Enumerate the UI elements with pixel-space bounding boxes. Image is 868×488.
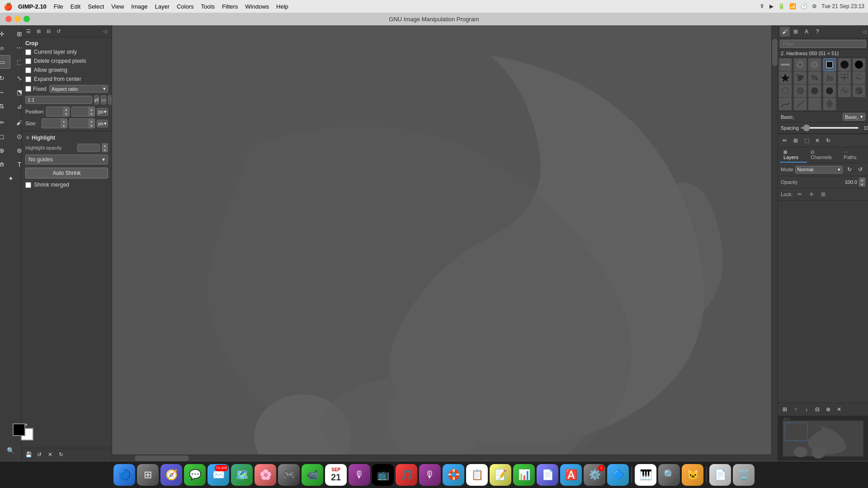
brush-item-custom2[interactable] [823,98,836,110]
layer-opacity-up-button[interactable]: ▲ [859,178,865,182]
size-h-down-button[interactable]: ▼ [88,123,94,128]
dock-podcast-app[interactable]: 🎙 [419,464,441,486]
paint-cross-icon[interactable]: ✕ [812,136,822,145]
minimize-button[interactable] [14,16,21,22]
foreground-color[interactable] [13,423,25,436]
menu-tools[interactable]: Tools [198,2,218,11]
siri-icon[interactable]: 🎙 [760,3,765,9]
delete-layer-button[interactable]: ✕ [834,404,844,414]
highlight-close-icon[interactable]: ✕ [25,135,30,141]
brush-item-round3[interactable] [808,84,821,97]
ratio-input[interactable] [25,96,92,104]
menu-edit[interactable]: Edit [67,2,84,11]
allow-growing-checkbox[interactable] [25,67,31,73]
control-center[interactable]: ⚙ [812,3,817,9]
dock-numbers[interactable]: 📊 [513,464,535,486]
brush-item-plus[interactable] [838,71,851,84]
dock-gimp[interactable]: 🐱 [682,464,703,486]
aspect-ratio-dropdown[interactable]: Aspect ratio ▾ [49,85,108,93]
dock-music[interactable]: 🎵 [396,464,417,486]
tool-presets-icon[interactable]: ☰ [24,27,33,35]
panel-collapse-icon[interactable]: ◁ [101,27,109,35]
brush-item-hard050[interactable] [823,58,836,71]
fixed-checkbox[interactable] [25,86,31,92]
dock-airdrop[interactable]: 🔷 [607,464,629,486]
brush-item-texture2[interactable] [853,84,865,97]
brush-item-round4[interactable] [823,84,836,97]
dock-mail[interactable]: ✉️ 79,349 [208,464,229,486]
paint-pencil-icon[interactable]: ✏ [780,136,790,145]
menu-help[interactable]: Help [273,2,292,11]
canvas-area[interactable] [112,25,778,461]
del-preset-icon[interactable]: ⊟ [44,27,52,35]
menu-image[interactable]: Image [127,2,151,11]
brush-item-flat[interactable] [779,58,792,71]
menu-layer[interactable]: Layer [151,2,173,11]
portrait-ratio-button[interactable]: ⋮ [108,95,112,104]
eraser-tool[interactable]: ◻ [0,130,10,143]
brush-item-splat1[interactable] [794,71,807,84]
dock-podcasts[interactable]: 🎙 [349,464,370,486]
lasso-tool[interactable]: ⌾ [0,41,10,55]
pencil-tool[interactable]: ✏ [0,116,10,129]
shrink-merged-checkbox[interactable] [25,182,31,188]
menu-file[interactable]: File [50,2,67,11]
dock-messages[interactable]: 💬 [184,464,206,486]
dock-appstore[interactable]: 🅰️ [560,464,582,486]
highlight-opacity-input[interactable]: 50.0 [77,144,100,152]
save-tool-preset-button[interactable]: 💾 [24,450,33,460]
brush-item-soft1[interactable] [794,58,807,71]
dock-trash[interactable]: 🗑️ [733,464,755,486]
brush-item-dot[interactable] [853,71,865,84]
wifi-icon[interactable]: 📶 [789,3,796,9]
dock-new-document[interactable]: 📄 [709,464,731,486]
brush-item-round2[interactable] [794,84,807,97]
raise-layer-button[interactable]: ↑ [791,404,801,414]
brushes-panel-expand-icon[interactable]: ◁ [863,29,866,35]
patterns-tab-button[interactable]: ⊞ [791,27,801,37]
size-h-up-button[interactable]: ▲ [88,119,94,123]
brush-item-star[interactable] [779,71,792,84]
brushes-filter-input[interactable] [780,40,866,48]
dock-calendar[interactable]: SEP 21 [325,464,347,486]
flip-tool[interactable]: ⇅ [0,99,10,113]
dock-steam[interactable]: 🎮 [278,464,300,486]
brush-item-splat2[interactable] [808,71,821,84]
paint-refresh-icon[interactable]: ↻ [823,136,833,145]
brush-item-hard3[interactable] [853,58,865,71]
brush-item-line1[interactable] [779,98,792,110]
brush-item-texture1[interactable] [838,84,851,97]
menu-colors[interactable]: Colors [173,2,198,11]
dock-launchpad[interactable]: ⊞ [137,464,159,486]
pos-x-up-button[interactable]: ▲ [63,107,69,112]
clock-icon[interactable]: 🕐 [801,3,807,9]
brush-item-grass[interactable] [823,71,836,84]
lock-pixels-button[interactable]: ✏ [795,190,804,199]
dock-maps[interactable]: 🗺️ [231,464,253,486]
anchor-layer-button[interactable]: ⊗ [823,404,833,414]
maximize-button[interactable] [24,16,30,22]
move-tool[interactable]: ✛ [0,27,10,41]
brush-item-hard2[interactable] [838,58,851,71]
dock-piano[interactable]: 🎹 [635,464,656,486]
lock-position-button[interactable]: ✛ [807,190,816,199]
new-preset-icon[interactable]: ⊞ [34,27,42,35]
menu-windows[interactable]: Windows [241,2,273,11]
lower-layer-button[interactable]: ↓ [802,404,811,414]
tab-channels[interactable]: ⊟ Channels [807,147,840,163]
rotate-tool[interactable]: ↻ [0,71,10,85]
size-w-up-button[interactable]: ▲ [61,119,67,123]
pos-unit-dropdown[interactable]: px ▾ [97,108,108,116]
menu-view[interactable]: View [108,2,127,11]
dock-support[interactable]: 🛟 [443,464,464,486]
apple-menu[interactable]: 🍎 [4,2,13,11]
vertical-scrollbar[interactable] [771,25,778,461]
dock-notes[interactable]: 📝 [490,464,511,486]
expand-from-center-checkbox[interactable] [25,76,31,82]
help-brushes-button[interactable]: ? [812,27,822,37]
pos-y-up-button[interactable]: ▲ [88,107,94,112]
reset-icon[interactable]: ↺ [54,27,62,35]
battery-icon[interactable]: 🔋 [778,3,785,9]
pos-x-down-button[interactable]: ▼ [63,112,69,116]
opacity-down-button[interactable]: ▼ [102,148,108,152]
